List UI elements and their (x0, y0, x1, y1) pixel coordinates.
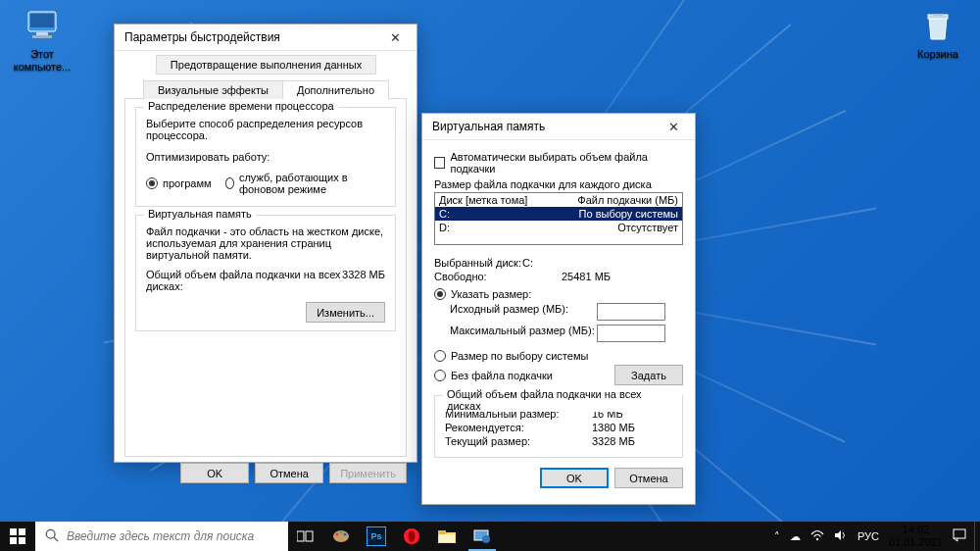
computer-icon (23, 6, 62, 45)
svg-point-24 (816, 538, 818, 540)
current-size-label: Текущий размер: (445, 435, 592, 447)
apply-button[interactable]: Применить (329, 463, 407, 483)
vmem-total-value: 3328 МБ (342, 269, 385, 292)
disklist-heading: Размер файла подкачки для каждого диска (434, 178, 683, 190)
selected-drive-value: C: (522, 257, 533, 269)
checkbox-auto-manage[interactable]: Автоматически выбирать объем файла подка… (434, 151, 683, 175)
desktop-icon-label: Корзина (902, 48, 974, 61)
groupbox-total-paging: Общий объем файла подкачки на всех диска… (434, 395, 683, 458)
svg-rect-2 (36, 32, 48, 35)
task-view-button[interactable] (288, 522, 323, 551)
tray-language[interactable]: РУС (858, 530, 879, 542)
window-title: Параметры быстродействия (124, 30, 375, 44)
taskbar: Ps ˄ ☁ РУС 14:02 01.01.2021 (0, 522, 980, 551)
close-button[interactable]: ✕ (375, 25, 415, 50)
recommended-value: 1380 МБ (592, 422, 635, 433)
titlebar[interactable]: Параметры быстродействия ✕ (115, 25, 416, 51)
show-desktop-button[interactable] (974, 522, 980, 551)
initial-size-label: Исходный размер (МБ): (450, 303, 597, 321)
svg-point-18 (409, 530, 416, 542)
taskbar-app-paint[interactable] (323, 522, 359, 551)
svg-point-16 (344, 533, 347, 536)
max-size-label: Максимальный размер (МБ): (450, 325, 597, 342)
taskbar-app-explorer[interactable] (429, 522, 465, 551)
cancel-button[interactable]: Отмена (255, 463, 323, 483)
svg-line-10 (54, 537, 58, 541)
chevron-up-icon[interactable]: ˄ (774, 530, 780, 543)
radio-background-services[interactable]: служб, работающих в фоновом режиме (225, 172, 385, 195)
taskbar-app-system-properties[interactable] (465, 522, 500, 551)
recommended-label: Рекомендуется: (445, 422, 592, 433)
list-item[interactable]: C:По выбору системы (435, 207, 682, 221)
svg-rect-25 (954, 529, 965, 538)
system-tray: ˄ ☁ РУС 14:02 01.01.2021 (766, 522, 974, 551)
free-space-value: 25481 МБ (562, 271, 611, 282)
tab-visual-effects[interactable]: Визуальные эффекты (143, 80, 283, 99)
desktop-icon-this-pc[interactable]: Этот компьюте... (6, 6, 78, 74)
recycle-bin-icon (918, 6, 957, 45)
set-button[interactable]: Задать (614, 365, 683, 385)
group-legend: Общий объем файла подкачки на всех диска… (443, 388, 682, 412)
search-icon (45, 528, 59, 544)
svg-rect-21 (439, 534, 455, 542)
search-box[interactable] (35, 522, 288, 551)
change-button[interactable]: Изменить... (306, 302, 385, 323)
svg-rect-3 (32, 35, 52, 38)
tab-dep[interactable]: Предотвращение выполнения данных (156, 55, 376, 75)
svg-rect-20 (438, 530, 446, 534)
disk-list[interactable]: Диск [метка тома]Файл подкачки (МБ) C:По… (434, 192, 683, 245)
initial-size-input[interactable] (597, 303, 665, 321)
cancel-button[interactable]: Отмена (614, 468, 683, 488)
groupbox-processor-scheduling: Распределение времени процессора Выберит… (135, 107, 396, 207)
groupbox-virtual-memory: Виртуальная память Файл подкачки - это о… (135, 215, 396, 331)
group-legend: Виртуальная память (144, 208, 256, 220)
svg-point-23 (482, 535, 490, 543)
svg-point-9 (46, 529, 55, 538)
current-size-value: 3328 МБ (592, 435, 635, 447)
max-size-input[interactable] (597, 325, 665, 342)
vmem-description: Файл подкачки - это область на жестком д… (146, 225, 385, 261)
svg-rect-5 (10, 528, 17, 535)
tray-notifications-icon[interactable] (953, 528, 966, 544)
tab-advanced[interactable]: Дополнительно (282, 80, 389, 99)
svg-rect-7 (10, 537, 17, 544)
svg-rect-8 (19, 537, 25, 544)
desktop-icon-recycle-bin[interactable]: Корзина (902, 6, 974, 61)
window-virtual-memory: Виртуальная память ✕ Автоматически выбир… (421, 113, 696, 505)
radio-system-managed[interactable]: Размер по выбору системы (434, 350, 683, 362)
taskbar-app-opera[interactable] (394, 522, 429, 551)
tray-volume-icon[interactable] (834, 529, 848, 543)
svg-rect-11 (297, 531, 304, 541)
vmem-total-label: Общий объем файла подкачки на всех диска… (146, 269, 342, 292)
group-legend: Распределение времени процессора (144, 100, 338, 112)
ok-button[interactable]: OK (180, 463, 249, 483)
selected-drive-label: Выбранный диск: (434, 257, 522, 269)
svg-rect-12 (306, 531, 313, 541)
ok-button[interactable]: OK (540, 468, 609, 488)
radio-no-paging-file[interactable]: Без файла подкачки (434, 370, 614, 381)
taskbar-app-photoshop[interactable]: Ps (359, 522, 394, 551)
titlebar[interactable]: Виртуальная память ✕ (422, 114, 695, 140)
tray-clock[interactable]: 14:02 01.01.2021 (889, 524, 943, 549)
tray-cloud-icon[interactable]: ☁ (790, 530, 801, 543)
search-input[interactable] (67, 529, 278, 543)
radio-custom-size[interactable]: Указать размер: (434, 288, 683, 300)
tray-wifi-icon[interactable] (810, 529, 824, 543)
desktop-icon-label: Этот компьюте... (6, 48, 78, 74)
radio-programs[interactable]: программ (146, 172, 212, 195)
window-title: Виртуальная память (432, 120, 654, 133)
list-item[interactable]: D:Отсутствует (435, 221, 682, 234)
svg-rect-6 (19, 528, 25, 535)
close-button[interactable]: ✕ (654, 115, 693, 139)
window-performance-options: Параметры быстродействия ✕ Предотвращени… (114, 24, 417, 463)
free-space-label: Свободно: (434, 271, 522, 282)
sched-description: Выберите способ распределения ресурсов п… (146, 118, 385, 141)
svg-point-15 (340, 531, 343, 534)
svg-point-14 (336, 533, 339, 536)
svg-rect-1 (30, 14, 54, 27)
start-button[interactable] (0, 522, 35, 551)
optimize-label: Оптимизировать работу: (146, 151, 385, 163)
